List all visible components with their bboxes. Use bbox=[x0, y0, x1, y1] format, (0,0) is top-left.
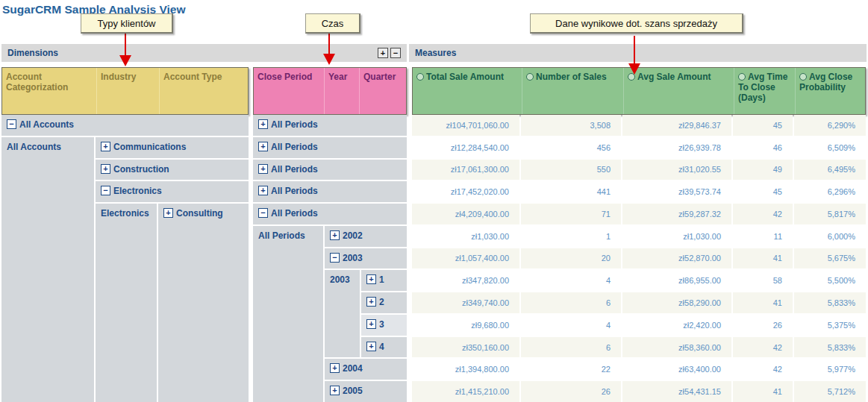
dim-label: All Periods bbox=[271, 142, 318, 152]
collapse-button[interactable]: − bbox=[7, 119, 16, 129]
measure-radio-icon bbox=[416, 73, 424, 81]
dim-cell-quarter-2: +2 bbox=[361, 292, 407, 313]
measure-cell: 26 bbox=[733, 315, 793, 336]
dim-label: Electronics bbox=[113, 186, 162, 196]
dim-label: 2005 bbox=[343, 386, 363, 396]
analysis-table: −All Accounts +All Periods All Accounts … bbox=[1, 115, 867, 402]
measure-cell: zł12,284,540.00 bbox=[412, 137, 519, 158]
expand-button[interactable]: + bbox=[101, 164, 110, 174]
measure-cell: 6,000% bbox=[794, 226, 866, 247]
expand-all-button[interactable]: + bbox=[378, 48, 388, 58]
dim-cell-all-periods: −All Periods bbox=[253, 204, 407, 224]
measure-cell: 4 bbox=[521, 315, 621, 336]
measure-cell: zł349,740.00 bbox=[412, 292, 519, 313]
measure-cell: 3,508 bbox=[521, 115, 621, 136]
measure-cell: 6,495% bbox=[794, 160, 866, 180]
dim-label: 2 bbox=[379, 297, 384, 307]
measure-cell: zł17,061,300.00 bbox=[412, 160, 519, 180]
measure-header-label: Avg Sale Amount bbox=[637, 72, 711, 82]
measure-cell: 41 bbox=[733, 381, 793, 402]
measure-cell: 6,290% bbox=[794, 115, 866, 136]
dim-label: Communications bbox=[113, 142, 186, 152]
collapse-button[interactable]: − bbox=[101, 186, 110, 195]
collapse-button[interactable]: − bbox=[330, 253, 340, 263]
expand-button[interactable]: + bbox=[330, 386, 340, 395]
measure-cell: 20 bbox=[521, 248, 621, 269]
dim-cell-all-periods: +All Periods bbox=[253, 160, 407, 180]
callout-time: Czas bbox=[305, 13, 360, 34]
expand-button[interactable]: + bbox=[258, 186, 268, 195]
measure-cell: zł4,209,400.00 bbox=[412, 204, 519, 224]
header-industry[interactable]: Industry bbox=[96, 68, 159, 114]
dim-label: Construction bbox=[113, 164, 169, 175]
dim-cell-account-categorization-span: All Accounts bbox=[1, 137, 94, 402]
measure-cell: zł58,360.00 bbox=[622, 337, 731, 358]
header-account-type[interactable]: Account Type bbox=[159, 68, 248, 114]
expand-button[interactable]: + bbox=[101, 142, 110, 151]
dim-cell-2002: +2002 bbox=[325, 226, 407, 247]
header-quarter[interactable]: Quarter bbox=[359, 68, 406, 114]
measure-cell: zł59,287.32 bbox=[622, 204, 731, 224]
dim-cell-close-period-span: All Periods bbox=[253, 226, 323, 402]
measure-cell: zł26,939.78 bbox=[622, 137, 731, 158]
dim-cell-industry-span: Electronics bbox=[96, 204, 157, 402]
measure-cell: 6 bbox=[521, 292, 621, 313]
header-avg-time-to-close[interactable]: Avg Time To Close (Days) bbox=[734, 68, 795, 114]
account-dimension-header: Account Categorization Industry Account … bbox=[1, 67, 249, 115]
dim-label: Electronics bbox=[101, 208, 149, 219]
measure-cell: zł9,680.00 bbox=[412, 315, 519, 336]
measure-cell: 5,675% bbox=[794, 248, 866, 269]
collapse-all-button[interactable]: − bbox=[390, 48, 401, 58]
expand-button[interactable]: + bbox=[258, 164, 268, 174]
expand-button[interactable]: + bbox=[258, 142, 268, 151]
measure-cell: 41 bbox=[733, 248, 793, 269]
header-number-of-sales[interactable]: Number of Sales bbox=[522, 68, 623, 114]
header-total-sale-amount[interactable]: Total Sale Amount bbox=[413, 68, 522, 114]
measure-cell: zł347,820.00 bbox=[412, 270, 519, 291]
collapse-button[interactable]: − bbox=[258, 208, 268, 218]
header-account-categorization[interactable]: Account Categorization bbox=[2, 68, 96, 114]
measure-cell: zł52,870.00 bbox=[622, 248, 731, 269]
measure-cell: zł86,955.00 bbox=[622, 270, 731, 291]
dim-cell-account-type-span: +Consulting bbox=[158, 204, 249, 402]
expand-button[interactable]: + bbox=[366, 297, 376, 307]
dim-cell-all-periods: +All Periods bbox=[253, 181, 407, 202]
dim-cell-quarter-3: +3 bbox=[361, 315, 407, 336]
expand-button[interactable]: + bbox=[330, 230, 340, 240]
measure-cell: 5,833% bbox=[794, 337, 866, 358]
measure-cell: zł17,452,020.00 bbox=[412, 181, 519, 202]
measure-cell: 5,500% bbox=[794, 270, 866, 291]
measure-cell: zł2,420.00 bbox=[622, 315, 731, 336]
measure-cell: zł350,160.00 bbox=[412, 337, 519, 358]
header-close-period[interactable]: Close Period bbox=[254, 68, 324, 114]
arrow-line bbox=[125, 34, 126, 56]
measure-cell: zł39,573.74 bbox=[622, 181, 731, 202]
header-year[interactable]: Year bbox=[324, 68, 359, 114]
arrow-line bbox=[328, 34, 330, 54]
expand-button[interactable]: + bbox=[258, 119, 268, 129]
expand-button[interactable]: + bbox=[366, 342, 376, 351]
measure-cell: 4 bbox=[521, 270, 621, 291]
measure-cell: zł1,415,210.00 bbox=[412, 381, 519, 402]
header-avg-sale-amount[interactable]: Avg Sale Amount bbox=[623, 68, 734, 114]
arrow-down-icon bbox=[323, 54, 335, 65]
dim-label: All Periods bbox=[271, 119, 318, 130]
dim-label: All Accounts bbox=[7, 142, 61, 152]
measure-cell: 6 bbox=[521, 337, 621, 358]
measure-cell: 26 bbox=[521, 381, 621, 402]
expand-button[interactable]: + bbox=[366, 274, 376, 284]
header-avg-close-probability[interactable]: Avg Close Probability bbox=[795, 68, 865, 114]
measure-cell: 11 bbox=[733, 226, 793, 247]
expand-button[interactable]: + bbox=[366, 319, 376, 329]
measure-cell: 45 bbox=[733, 181, 793, 202]
measure-cell: 49 bbox=[733, 160, 793, 180]
dim-label: All Periods bbox=[271, 186, 318, 196]
dim-label: All Periods bbox=[258, 230, 305, 241]
dim-cell-quarter-1: +1 bbox=[361, 270, 407, 291]
measure-cell: 71 bbox=[521, 204, 621, 224]
measure-cell: 42 bbox=[733, 337, 793, 358]
expand-button[interactable]: + bbox=[330, 363, 340, 373]
expand-button[interactable]: + bbox=[163, 208, 173, 218]
measure-cell: zł1,394,800.00 bbox=[412, 359, 519, 380]
measure-cell: 6,509% bbox=[794, 137, 866, 158]
